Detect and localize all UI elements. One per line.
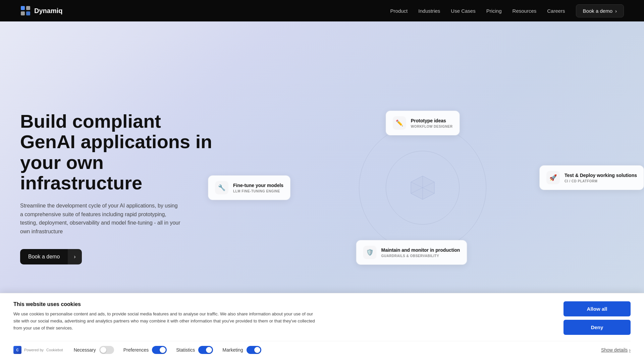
cookie-buttons: Allow all Deny xyxy=(564,301,631,335)
nav-links: Product Industries Use Cases Pricing Res… xyxy=(390,4,624,17)
toggle-statistics[interactable] xyxy=(198,346,213,354)
hero-title: Build compliant GenAI applications in yo… xyxy=(20,111,221,193)
nav-product[interactable]: Product xyxy=(390,8,408,14)
cookiebot-label: Cookiebot xyxy=(46,348,63,352)
hero-cta-arrow-icon: › xyxy=(68,249,82,264)
deploy-card-text: Test & Deploy working solutions CI / CD … xyxy=(565,172,637,183)
nav-industries[interactable]: Industries xyxy=(418,8,440,14)
card-monitor: 🛡️ Maintain and monitor in production GU… xyxy=(356,240,467,265)
cookie-banner: This website uses cookies We use cookies… xyxy=(0,293,644,362)
allow-all-button[interactable]: Allow all xyxy=(564,301,631,316)
show-details-link[interactable]: Show details › xyxy=(601,347,631,353)
deploy-subtitle: CI / CD PLATFORM xyxy=(565,179,637,183)
hero-diagram: ✏️ Prototype ideas WORKFLOW DESIGNER 🔧 F… xyxy=(221,104,624,272)
nav-use-cases[interactable]: Use Cases xyxy=(451,8,475,14)
cookiebot-logo-icon: C xyxy=(13,346,21,354)
navbar: Dynamiq Product Industries Use Cases Pri… xyxy=(0,0,644,21)
prototype-card-text: Prototype ideas WORKFLOW DESIGNER xyxy=(411,118,453,128)
cookie-bottom-row: C Powered by Cookiebot Necessary Prefere… xyxy=(13,341,631,354)
monitor-title: Maintain and monitor in production xyxy=(381,247,460,253)
finetune-subtitle: LLM FINE-TUNING ENGINE xyxy=(233,189,283,193)
toggle-necessary[interactable] xyxy=(99,346,114,354)
cookie-text: We use cookies to personalise content an… xyxy=(13,311,315,331)
svg-rect-0 xyxy=(21,6,25,10)
deploy-icon: 🚀 xyxy=(546,171,560,184)
cookie-title: This website uses cookies xyxy=(13,301,543,307)
logo-text: Dynamiq xyxy=(34,7,62,15)
toggle-preferences-group: Preferences xyxy=(123,346,167,354)
prototype-subtitle: WORKFLOW DESIGNER xyxy=(411,125,453,128)
toggle-marketing-label: Marketing xyxy=(222,347,243,353)
toggle-marketing-group: Marketing xyxy=(222,346,261,354)
svg-rect-3 xyxy=(26,11,30,15)
finetune-title: Fine-tune your models xyxy=(233,182,283,188)
nav-careers[interactable]: Careers xyxy=(547,8,565,14)
monitor-subtitle: GUARDRAILS & OBSERVABILITY xyxy=(381,254,460,258)
toggle-marketing[interactable] xyxy=(247,346,261,354)
toggle-necessary-label: Necessary xyxy=(74,347,96,353)
svg-rect-1 xyxy=(26,6,30,10)
deny-button[interactable]: Deny xyxy=(564,320,631,335)
finetune-card-text: Fine-tune your models LLM FINE-TUNING EN… xyxy=(233,182,283,193)
hero-cta-button[interactable]: Book a demo › xyxy=(20,249,82,264)
nav-pricing[interactable]: Pricing xyxy=(486,8,502,14)
nav-resources[interactable]: Resources xyxy=(513,8,537,14)
toggle-statistics-label: Statistics xyxy=(176,347,195,353)
prototype-icon: ✏️ xyxy=(393,116,406,130)
svg-rect-2 xyxy=(21,11,25,15)
hero-content: Build compliant GenAI applications in yo… xyxy=(20,111,221,265)
cookiebot-brand: C Powered by Cookiebot xyxy=(13,346,63,354)
card-prototype: ✏️ Prototype ideas WORKFLOW DESIGNER xyxy=(386,111,460,135)
card-deploy: 🚀 Test & Deploy working solutions CI / C… xyxy=(539,165,644,190)
monitor-card-text: Maintain and monitor in production GUARD… xyxy=(381,247,460,257)
hero-cta-label: Book a demo xyxy=(20,249,68,264)
toggle-preferences-label: Preferences xyxy=(123,347,149,353)
logo[interactable]: Dynamiq xyxy=(20,5,62,16)
diagram-center-box xyxy=(406,171,439,204)
prototype-title: Prototype ideas xyxy=(411,118,453,124)
hero-subtitle: Streamline the development cycle of your… xyxy=(20,201,181,236)
cookie-content: This website uses cookies We use cookies… xyxy=(13,301,543,331)
monitor-icon: 🛡️ xyxy=(363,246,376,259)
deploy-title: Test & Deploy working solutions xyxy=(565,172,637,178)
cookie-top-row: This website uses cookies We use cookies… xyxy=(13,301,631,335)
cookie-toggles: Necessary Preferences Statistics xyxy=(74,346,590,354)
toggle-statistics-group: Statistics xyxy=(176,346,213,354)
toggle-necessary-group: Necessary xyxy=(74,346,114,354)
nav-book-demo-button[interactable]: Book a demo › xyxy=(576,4,624,17)
powered-by-label: Powered by xyxy=(24,348,44,352)
toggle-preferences[interactable] xyxy=(152,346,167,354)
